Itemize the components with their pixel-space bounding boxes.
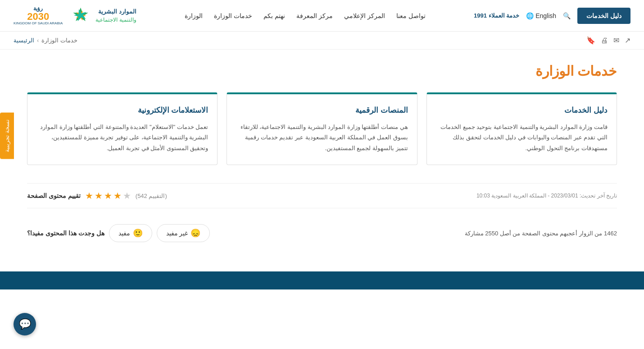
stars: ★ ★ ★ ★ ★ xyxy=(85,190,131,201)
bookmark-icon[interactable]: 🔖 xyxy=(586,36,595,45)
globe-icon: 🌐 xyxy=(526,12,534,19)
print-icon[interactable]: 🖨 xyxy=(601,37,608,45)
card-services-guide: دليل الخدمات قامت وزارة الموارد البشرية … xyxy=(426,92,617,165)
helpful-label: مفيد xyxy=(118,230,130,237)
nav-knowledge[interactable]: مركز المعرفة xyxy=(296,12,333,19)
main-content: خدمات الوزارة دليل الخدمات قامت وزارة ال… xyxy=(0,50,644,262)
customer-service: خدمة العملاء 1991 xyxy=(474,12,519,19)
page-title: خدمات الوزارة xyxy=(27,63,617,79)
language-label: English xyxy=(535,12,556,19)
star-2[interactable]: ★ xyxy=(113,190,122,201)
star-4[interactable]: ★ xyxy=(95,190,103,201)
logo-area: الموارد البشرية والتنمية الاجتماعية رؤية… xyxy=(14,5,136,27)
breadcrumb-current: خدمات الوزارة xyxy=(41,37,77,44)
cards-grid: دليل الخدمات قامت وزارة الموارد البشرية … xyxy=(27,92,617,165)
services-guide-button[interactable]: دليل الخدمات xyxy=(577,8,630,24)
rating-section: تاريخ آخر تحديث: 2023/03/01 - المملكة ال… xyxy=(27,183,617,208)
search-icon[interactable]: 🔍 xyxy=(563,12,571,19)
vision-year: 2030 xyxy=(27,12,49,22)
card-services-guide-title: دليل الخدمات xyxy=(436,106,608,115)
card-e-inquiries: الاستعلامات الإلكترونية تعمل خدمات "الاس… xyxy=(27,92,218,165)
btn-not-helpful[interactable]: 😞 غير مفيد xyxy=(157,224,210,242)
happy-emoji: 🙂 xyxy=(133,228,143,238)
nav-care[interactable]: نهتم بكم xyxy=(263,12,285,19)
breadcrumb: خدمات الوزارة › الرئيسية xyxy=(14,37,77,44)
star-3[interactable]: ★ xyxy=(104,190,112,201)
card-digital-platforms: المنصات الرقمية هي منصات أطلقتها وزارة ا… xyxy=(227,92,417,165)
ministry-logo: الموارد البشرية والتنمية الاجتماعية xyxy=(69,5,136,27)
card-digital-platforms-title: المنصات الرقمية xyxy=(236,106,408,115)
breadcrumb-home[interactable]: الرئيسية xyxy=(14,37,34,44)
nav-links: تواصل معنا المركز الإعلامي مركز المعرفة … xyxy=(185,12,425,19)
breadcrumb-separator: › xyxy=(37,37,39,44)
ministry-star-logo xyxy=(69,5,92,27)
breadcrumb-bar: ↗ ✉ 🖨 🔖 خدمات الوزارة › الرئيسية xyxy=(0,32,644,50)
vision-logo: رؤية 2030 KINGDOM OF SAUDI ARABIA xyxy=(14,6,63,26)
top-navigation: دليل الخدمات 🔍 English 🌐 خدمة العملاء 19… xyxy=(0,0,644,32)
card-e-inquiries-text: تعمل خدمات "الاستعلام" العديدة والمتنوعة… xyxy=(36,122,208,153)
nav-left: دليل الخدمات 🔍 English 🌐 خدمة العملاء 19… xyxy=(474,8,630,24)
email-icon[interactable]: ✉ xyxy=(613,36,619,45)
ministry-name: الموارد البشرية والتنمية الاجتماعية xyxy=(95,7,136,24)
language-switcher[interactable]: English 🌐 xyxy=(526,12,556,19)
ministry-name-line2: والتنمية الاجتماعية xyxy=(95,16,136,24)
feedback-stats: 1462 من الزوار أعجبهم محتوى الصفحة من أص… xyxy=(465,230,617,237)
last-update: تاريخ آخر تحديث: 2023/03/01 - المملكة ال… xyxy=(476,193,617,199)
nav-ministry-services[interactable]: خدمات الوزارة xyxy=(214,12,252,19)
share-icon[interactable]: ↗ xyxy=(625,36,630,45)
side-tab-beta[interactable]: نسخة تجريبية xyxy=(0,113,14,159)
kingdom-text: KINGDOM OF SAUDI ARABIA xyxy=(14,22,63,26)
search-area[interactable]: 🔍 xyxy=(563,12,571,19)
sad-emoji: 😞 xyxy=(190,228,200,238)
ministry-name-line1: الموارد البشرية xyxy=(95,7,136,16)
card-digital-platforms-text: هي منصات أطلقتها وزارة الموارد البشرية و… xyxy=(236,122,408,153)
rating-count: (التقييم 542) xyxy=(136,193,167,199)
nav-ministry[interactable]: الوزارة xyxy=(185,12,203,19)
feedback-right: 😞 غير مفيد 🙂 مفيد هل وجدت هذا المحتوى مف… xyxy=(27,224,210,242)
star-1[interactable]: ★ xyxy=(123,190,131,201)
rating-right: (التقييم 542) ★ ★ ★ ★ ★ تقييم محتوى الصف… xyxy=(27,190,167,201)
feedback-section: 1462 من الزوار أعجبهم محتوى الصفحة من أص… xyxy=(27,217,617,249)
nav-media[interactable]: المركز الإعلامي xyxy=(344,12,385,19)
rating-label: تقييم محتوى الصفحة xyxy=(27,192,81,199)
feedback-question: هل وجدت هذا المحتوى مفيدا؟ xyxy=(27,230,104,237)
star-5[interactable]: ★ xyxy=(85,190,93,201)
footer-bottom xyxy=(0,271,644,289)
not-helpful-label: غير مفيد xyxy=(166,230,188,237)
btn-helpful[interactable]: 🙂 مفيد xyxy=(109,224,152,242)
card-services-guide-text: قامت وزارة الموارد البشرية والتنمية الاج… xyxy=(436,122,608,153)
card-e-inquiries-title: الاستعلامات الإلكترونية xyxy=(36,106,208,115)
nav-tawasol[interactable]: تواصل معنا xyxy=(396,12,426,19)
toolbar-icons: ↗ ✉ 🖨 🔖 xyxy=(586,36,630,45)
